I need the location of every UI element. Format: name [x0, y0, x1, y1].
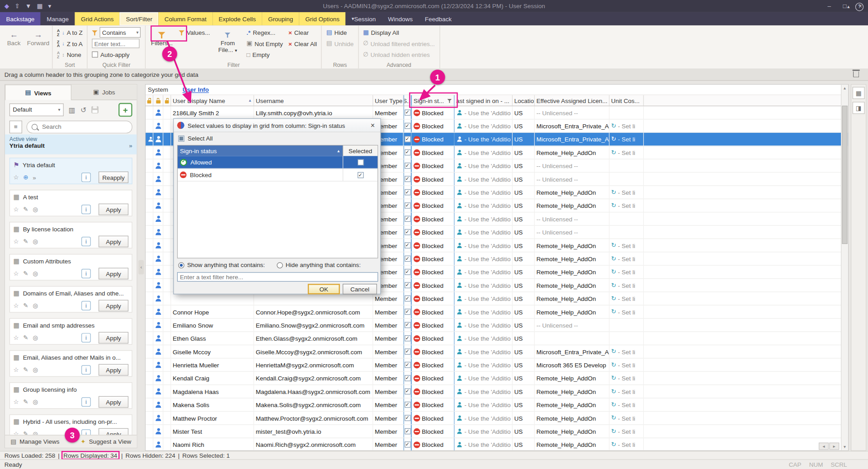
- sort-a-to-z-button[interactable]: AZ↓A to Z: [56, 28, 84, 37]
- radio-icon[interactable]: [277, 262, 283, 268]
- scrollbar-thumb[interactable]: [842, 106, 847, 244]
- ribbon-tab[interactable]: Column Format: [158, 12, 212, 25]
- cell-username[interactable]: Makena.Solis@sygx2.onmicrosoft.com: [254, 399, 373, 411]
- table-row[interactable]: Mister Test mister_test@ovh.ytria.io Mem…: [146, 425, 848, 438]
- column-header-sign-in-status[interactable]: Sign-in st...: [411, 95, 455, 106]
- cell-location[interactable]: US: [513, 266, 535, 278]
- back-button[interactable]: ←Back: [3, 28, 24, 61]
- tab-views[interactable]: ▤Views: [5, 84, 71, 100]
- cell-unit-cost[interactable]: ↻- Set li: [609, 119, 644, 132]
- cell-effective-licenses[interactable]: Remote_Help_AddOn: [535, 186, 609, 198]
- star-icon[interactable]: ☆: [13, 366, 19, 374]
- cell-user-display-name[interactable]: Connor Hope: [171, 305, 254, 318]
- cell-sign-in-status[interactable]: Blocked: [411, 305, 455, 318]
- cell-effective-licenses[interactable]: Remote_Help_AddOn: [535, 239, 609, 252]
- save-view-icon[interactable]: [91, 106, 99, 113]
- cell-sign-in-status[interactable]: Blocked: [411, 385, 455, 398]
- cell-user-type[interactable]: Member: [373, 319, 403, 331]
- cell-sign-in-status[interactable]: Blocked: [411, 239, 455, 252]
- cell-username[interactable]: mister_test@ovh.ytria.io: [254, 425, 373, 437]
- from-file-button[interactable]: From File... ▾: [213, 28, 242, 61]
- table-row[interactable]: Ethen Glass Ethen.Glass@sygx2.onmicrosof…: [146, 332, 848, 345]
- cell-effective-licenses[interactable]: Microsoft 365 E5 Develop: [535, 358, 609, 371]
- cell-user-type[interactable]: Member: [373, 345, 403, 358]
- cell-last-signed-in[interactable]: - Use the 'Additio: [454, 252, 513, 265]
- export-icon[interactable]: ⇧: [14, 0, 19, 12]
- trash-icon[interactable]: [853, 71, 859, 77]
- cell-sync-checkbox[interactable]: ✓: [404, 319, 411, 331]
- value-column-header[interactable]: Sign-in status▲: [178, 145, 343, 156]
- cell-unit-cost[interactable]: ↻- Set li: [609, 292, 644, 305]
- cell-effective-licenses[interactable]: -- Unlicensed --: [535, 159, 609, 172]
- cell-sync-checkbox[interactable]: ✓: [404, 106, 411, 119]
- cell-user-display-name[interactable]: Giselle Mccoy: [171, 345, 254, 358]
- cell-last-signed-in[interactable]: - Use the 'Additio: [454, 226, 513, 239]
- cell-effective-licenses[interactable]: Remote_Help_AddOn: [535, 399, 609, 411]
- table-row[interactable]: Magdalena Haas Magdalena.Haas@sygx2.onmi…: [146, 385, 848, 398]
- cell-sync-checkbox[interactable]: ✓: [404, 252, 411, 265]
- ribbon-tab[interactable]: Grid Options: [299, 12, 346, 25]
- apply-view-button[interactable]: Apply: [99, 396, 128, 408]
- cell-last-signed-in[interactable]: - Use the 'Additio: [454, 266, 513, 278]
- cell-sync-checkbox[interactable]: ✓: [404, 212, 411, 225]
- cell-location[interactable]: US: [513, 385, 535, 398]
- cell-sign-in-status[interactable]: Blocked: [411, 332, 455, 345]
- cell-effective-licenses[interactable]: [535, 332, 609, 345]
- values-button[interactable]: Values...: [178, 28, 210, 37]
- cell-last-signed-in[interactable]: - Use the 'Additio: [454, 239, 513, 252]
- edit-icon[interactable]: ✎: [23, 431, 28, 435]
- apply-view-button[interactable]: Apply: [99, 204, 128, 216]
- cell-unit-cost[interactable]: ↻- Set li: [609, 425, 644, 437]
- view-card[interactable]: ▦ Custom Attributes ☆ ✎ ◎ i Apply: [9, 254, 132, 281]
- cell-unit-cost[interactable]: ↻- Set li: [609, 305, 644, 318]
- column-header-lock-1[interactable]: [146, 95, 153, 106]
- share-icon[interactable]: ⊕: [23, 174, 28, 181]
- cell-user-type[interactable]: Member: [373, 438, 403, 451]
- cell-location[interactable]: US: [513, 425, 535, 437]
- chevrons-icon[interactable]: »: [33, 174, 36, 181]
- star-icon[interactable]: ☆: [13, 238, 19, 245]
- apply-view-button[interactable]: Apply: [99, 428, 128, 435]
- table-row[interactable]: Naomi Rich Naomi.Rich@sygx2.onmicrosoft.…: [146, 438, 848, 451]
- view-filter-button[interactable]: ≡: [9, 120, 22, 133]
- cell-location[interactable]: US: [513, 239, 535, 252]
- cell-location[interactable]: US: [513, 279, 535, 291]
- cell-sync-checkbox[interactable]: ✓: [404, 438, 411, 451]
- cell-effective-licenses[interactable]: Remote_Help_AddOn: [535, 438, 609, 451]
- star-icon[interactable]: ☆: [13, 334, 19, 342]
- visibility-icon[interactable]: ◎: [33, 206, 38, 213]
- cell-sync-checkbox[interactable]: ✓: [404, 239, 411, 252]
- cell-location[interactable]: US: [513, 199, 535, 212]
- cell-last-signed-in[interactable]: - Use the 'Additio: [454, 425, 513, 437]
- undo-icon[interactable]: ↺: [80, 105, 86, 113]
- value-row-allowed[interactable]: Allowed: [178, 156, 377, 169]
- cell-sync-checkbox[interactable]: ✓: [404, 372, 411, 385]
- view-card[interactable]: ▦ Domains of Email, Aliases and othe... …: [9, 286, 132, 313]
- cell-user-display-name[interactable]: Emiliano Snow: [171, 319, 254, 331]
- cell-location[interactable]: US: [513, 305, 535, 318]
- table-row[interactable]: Makena Solis Makena.Solis@sygx2.onmicros…: [146, 399, 848, 412]
- view-card[interactable]: ▦ A test ☆ ✎ ◎ i Apply: [9, 190, 132, 216]
- apply-view-button[interactable]: Apply: [99, 364, 128, 376]
- cell-last-signed-in[interactable]: - Use the 'Additio: [454, 305, 513, 318]
- info-icon[interactable]: i: [81, 429, 91, 435]
- cell-location[interactable]: US: [513, 133, 535, 145]
- cell-unit-cost[interactable]: [609, 319, 644, 331]
- ribbon-tab[interactable]: Backstage: [0, 12, 41, 25]
- search-input[interactable]: [41, 123, 127, 131]
- cell-username[interactable]: Kendall.Craig@sygx2.onmicrosoft.com: [254, 372, 373, 385]
- cell-unit-cost[interactable]: ↻- Set li: [609, 438, 644, 451]
- cell-unit-cost[interactable]: ↻- Set li: [609, 186, 644, 198]
- cell-location[interactable]: US: [513, 173, 535, 185]
- cell-unit-cost[interactable]: ↻- Set li: [609, 146, 644, 159]
- cell-sync-checkbox[interactable]: ✓: [404, 292, 411, 305]
- cell-sync-checkbox[interactable]: ✓: [404, 412, 411, 424]
- cell-effective-licenses[interactable]: -- Unlicensed --: [535, 319, 609, 331]
- cell-location[interactable]: US: [513, 159, 535, 172]
- cell-user-display-name[interactable]: 2186Lilly Smith 2: [171, 106, 254, 119]
- cell-user-display-name[interactable]: Magdalena Haas: [171, 385, 254, 398]
- cell-last-signed-in[interactable]: - Use the 'Additio: [454, 199, 513, 212]
- column-header-user-type[interactable]: User Type: [373, 95, 403, 106]
- info-icon[interactable]: i: [81, 237, 91, 246]
- ribbon-tab[interactable]: Session: [345, 12, 382, 25]
